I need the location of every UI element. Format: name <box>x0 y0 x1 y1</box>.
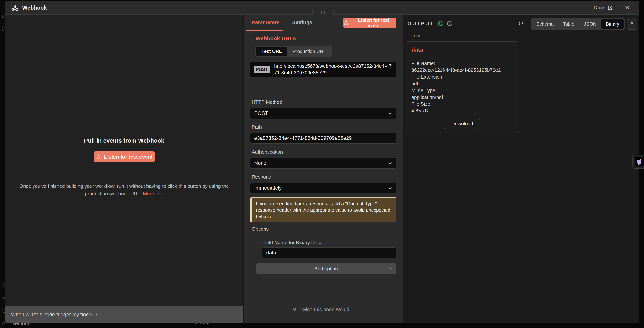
path-input[interactable] <box>250 133 396 144</box>
listen-for-test-event-button-top[interactable]: Listen for test event <box>343 17 396 28</box>
authentication-label: Authentication <box>252 149 283 155</box>
hint-text: Once you've finished building your workf… <box>19 183 229 196</box>
header-actions: Docs ✕ <box>594 1 631 15</box>
trigger-heading: Pull in events from Webhook <box>5 137 244 144</box>
view-table[interactable]: Table <box>558 19 579 29</box>
node-detail-modal: Webhook Docs ✕ Pull in events from Webho… <box>5 1 640 323</box>
docs-label: Docs <box>594 5 606 11</box>
chevron-down-icon <box>388 266 392 271</box>
footer-question: When will this node trigger my flow? <box>11 312 92 318</box>
extension-overlay-button[interactable] <box>632 155 644 169</box>
items-count: 1 item <box>408 33 420 38</box>
search-icon[interactable] <box>518 20 524 27</box>
parameters-panel: Parameters Settings Listen for test even… <box>244 15 402 323</box>
production-hint: Once you've finished building your workf… <box>16 182 232 197</box>
binary-meta: File Name: 86222ecc-121f-44f8-ae4f-89531… <box>412 60 513 114</box>
chevron-down-icon <box>95 312 100 317</box>
respond-select[interactable]: Immediately <box>250 183 396 193</box>
tab-settings[interactable]: Settings <box>292 20 312 25</box>
view-binary[interactable]: Binary <box>601 19 624 29</box>
view-schema[interactable]: Schema <box>532 19 558 29</box>
tabs-row: Parameters Settings Listen for test even… <box>244 15 402 31</box>
webhook-url-display[interactable]: POST http://localhost:5678/webhook-test/… <box>250 62 396 77</box>
llama-icon <box>635 157 644 166</box>
content-type-notice: If you are sending back a response, add … <box>250 197 396 222</box>
test-url-segment[interactable]: Test URL <box>256 47 287 56</box>
listen-button-label: Listen for test event <box>104 154 153 160</box>
url-environment-toggle: Test URL Production URL <box>256 46 332 57</box>
chevron-down-icon <box>388 161 392 166</box>
tab-parameters[interactable]: Parameters <box>252 20 280 25</box>
wish-label: I wish this node would... <box>300 307 354 313</box>
chevron-down-icon <box>388 111 392 116</box>
binary-data-card: data File Name: 86222ecc-121f-44f8-ae4f-… <box>406 41 519 134</box>
mime-type-value: application/pdf <box>412 94 513 101</box>
output-panel: OUTPUT Schema Table JSON Binary 1 item <box>402 15 640 323</box>
external-link-icon <box>608 5 613 10</box>
mime-type-label: Mime Type: <box>412 87 513 94</box>
binary-field-label: Field Name for Binary Data <box>262 240 322 246</box>
options-divider <box>250 235 396 235</box>
flask-icon <box>96 154 102 160</box>
add-option-label: Add option <box>314 266 338 272</box>
info-icon[interactable] <box>447 20 453 26</box>
authentication-value: None <box>254 160 266 166</box>
app-sidebar <box>0 0 5 328</box>
flask-icon <box>343 20 349 26</box>
webhook-urls-section-title[interactable]: Webhook URLs <box>256 35 296 42</box>
node-title: Webhook <box>22 1 47 15</box>
add-option-button[interactable]: Add option <box>256 263 396 274</box>
file-name-value: 86222ecc-121f-44f8-ae4f-8953125b76e2 <box>412 67 513 73</box>
production-url-segment[interactable]: Production URL <box>287 47 331 56</box>
file-size-label: File Size: <box>412 101 513 107</box>
panel-resize-handle[interactable] <box>312 9 334 15</box>
options-label: Options <box>252 226 269 232</box>
respond-value: Immediately <box>254 185 282 191</box>
docs-link[interactable]: Docs <box>594 5 613 11</box>
download-button[interactable]: Download <box>445 119 480 129</box>
input-panel: Pull in events from Webhook Listen for t… <box>5 15 244 323</box>
node-wish-link[interactable]: I wish this node would... <box>244 307 402 313</box>
binary-key[interactable]: data <box>412 46 513 53</box>
file-name-label: File Name: <box>412 60 513 67</box>
success-check-icon <box>438 20 444 26</box>
http-method-label: HTTP Method <box>252 99 282 105</box>
trigger-info-footer[interactable]: When will this node trigger my flow? <box>5 306 244 323</box>
close-button[interactable]: ✕ <box>623 4 631 11</box>
authentication-select[interactable]: None <box>250 158 396 168</box>
file-size-value: 4.85 kB <box>412 107 513 114</box>
card-divider <box>412 56 513 56</box>
listen-button-label: Listen for test event <box>352 17 396 28</box>
webhook-url-text: http://localhost:5678/webhook-test/e3a87… <box>274 63 393 76</box>
more-info-link[interactable]: More info <box>143 191 163 196</box>
http-method-badge: POST <box>254 66 270 73</box>
chevron-down-icon[interactable] <box>248 37 253 42</box>
pin-data-button[interactable] <box>626 18 637 30</box>
app-background: Settings 4.85 kB Webhook Docs ✕ <box>0 0 644 328</box>
binary-field-input[interactable] <box>262 247 396 258</box>
respond-label: Respond <box>252 174 271 180</box>
file-ext-value: pdf <box>412 80 513 87</box>
output-title: OUTPUT <box>408 21 434 27</box>
http-method-value: POST <box>254 110 268 116</box>
http-method-select[interactable]: POST <box>250 108 396 119</box>
section-divider <box>250 83 396 83</box>
path-label: Path <box>252 124 262 130</box>
listen-for-test-event-button[interactable]: Listen for test event <box>94 151 154 162</box>
pin-icon <box>629 21 634 27</box>
lightbulb-icon <box>292 307 297 312</box>
view-json[interactable]: JSON <box>579 19 601 29</box>
header-divider <box>618 4 618 11</box>
webhook-icon <box>11 4 19 12</box>
output-view-toggle: Schema Table JSON Binary <box>530 18 625 30</box>
file-ext-label: File Extension: <box>412 73 513 80</box>
chevron-down-icon <box>388 186 392 191</box>
active-tab-underline <box>246 30 283 31</box>
